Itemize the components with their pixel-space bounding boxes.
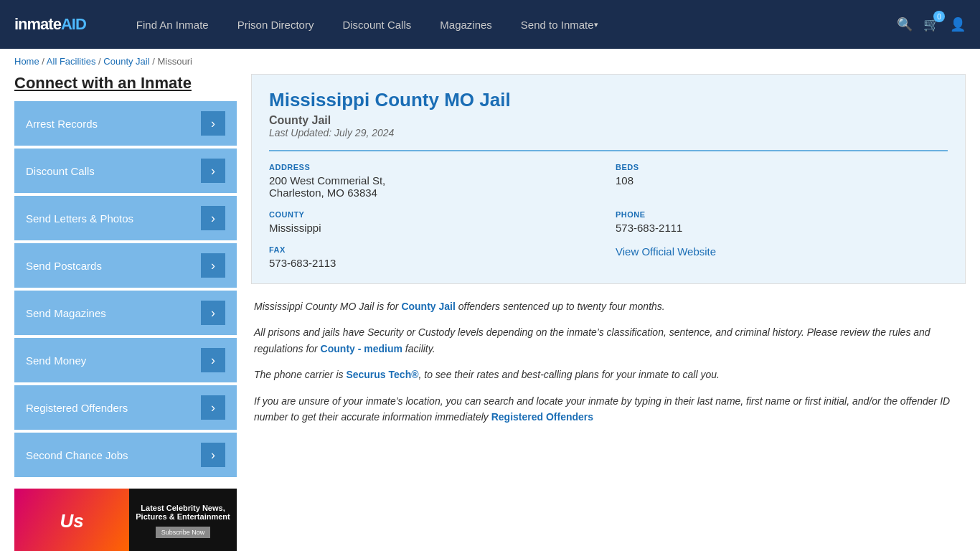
search-icon[interactable]: 🔍 xyxy=(897,17,913,32)
logo-accent: AID xyxy=(61,15,86,33)
desc-para-1: Mississippi County MO Jail is for County… xyxy=(254,298,963,314)
ad-text-area: Latest Celebrity News, Pictures & Entert… xyxy=(129,489,237,551)
breadcrumb-all-facilities[interactable]: All Facilities xyxy=(47,56,96,67)
desc-para1-prefix: Mississippi County MO Jail is for xyxy=(254,301,401,312)
address-block: ADDRESS 200 West Commerial St, Charlesto… xyxy=(269,163,601,199)
main-nav: Find An Inmate Prison Directory Discount… xyxy=(122,0,875,49)
securus-link[interactable]: Securus Tech® xyxy=(346,369,418,380)
arrow-icon: › xyxy=(201,301,225,325)
desc-para3-suffix: , to see their rates and best-calling pl… xyxy=(419,369,720,380)
county-value: Mississippi xyxy=(269,222,601,234)
sidebar-btn-label-send-money: Send Money xyxy=(26,354,86,367)
description-area: Mississippi County MO Jail is for County… xyxy=(251,298,966,425)
sidebar-btn-send-postcards[interactable]: Send Postcards › xyxy=(14,243,237,288)
sidebar-btn-second-chance-jobs[interactable]: Second Chance Jobs › xyxy=(14,433,237,477)
facility-updated: Last Updated: July 29, 2024 xyxy=(269,127,948,138)
sidebar-btn-label-send-magazines: Send Magazines xyxy=(26,307,106,319)
arrow-icon: › xyxy=(201,253,225,278)
sidebar: Connect with an Inmate Arrest Records › … xyxy=(14,74,237,551)
desc-para1-suffix: offenders sentenced up to twenty four mo… xyxy=(456,301,665,312)
desc-para-4: If you are unsure of your inmate’s locat… xyxy=(254,393,963,425)
facility-details: ADDRESS 200 West Commerial St, Charlesto… xyxy=(269,150,948,269)
main-layout: Connect with an Inmate Arrest Records › … xyxy=(0,74,980,551)
desc-para4-prefix: If you are unsure of your inmate’s locat… xyxy=(254,395,950,423)
address-value: 200 West Commerial St, Charleston, MO 63… xyxy=(269,174,601,199)
address-label: ADDRESS xyxy=(269,163,601,171)
desc-para-2: All prisons and jails have Security or C… xyxy=(254,324,963,357)
registered-offenders-link[interactable]: Registered Offenders xyxy=(491,411,593,423)
sidebar-btn-send-letters[interactable]: Send Letters & Photos › xyxy=(14,196,237,240)
sidebar-btn-arrest-records[interactable]: Arrest Records › xyxy=(14,101,237,146)
desc-para-3: The phone carrier is Securus Tech®, to s… xyxy=(254,367,963,382)
official-website-link[interactable]: View Official Website xyxy=(616,245,716,258)
sidebar-btn-label-second-chance-jobs: Second Chance Jobs xyxy=(26,449,128,461)
cart-badge: 0 xyxy=(933,11,945,22)
user-icon[interactable]: 👤 xyxy=(950,17,966,32)
facility-type: County Jail xyxy=(269,114,948,127)
county-medium-link[interactable]: County - medium xyxy=(321,343,402,354)
ad-banner-inner: Us Latest Celebrity News, Pictures & Ent… xyxy=(14,489,237,551)
logo[interactable]: inmateAID xyxy=(14,15,86,34)
sidebar-btn-registered-offenders[interactable]: Registered Offenders › xyxy=(14,385,237,430)
nav-prison-directory[interactable]: Prison Directory xyxy=(223,0,329,49)
phone-label: PHONE xyxy=(616,210,948,219)
phone-value: 573-683-2111 xyxy=(616,222,948,234)
arrow-icon: › xyxy=(201,206,225,230)
beds-value: 108 xyxy=(616,174,948,187)
arrow-icon: › xyxy=(201,111,225,136)
sidebar-btn-label-discount-calls: Discount Calls xyxy=(26,165,95,177)
ad-magazine-logo: Us xyxy=(14,489,129,551)
phone-block: PHONE 573-683-2111 xyxy=(616,210,948,234)
sidebar-title: Connect with an Inmate xyxy=(14,74,237,93)
address-line2: Charleston, MO 63834 xyxy=(269,187,377,199)
ad-banner[interactable]: Us Latest Celebrity News, Pictures & Ent… xyxy=(14,489,237,551)
site-header: inmateAID Find An Inmate Prison Director… xyxy=(0,0,980,49)
sidebar-btn-label-send-letters: Send Letters & Photos xyxy=(26,212,133,225)
sidebar-btn-send-money[interactable]: Send Money › xyxy=(14,338,237,382)
fax-label: FAX xyxy=(269,245,601,254)
arrow-icon: › xyxy=(201,159,225,183)
header-icons: 🔍 🛒 0 👤 xyxy=(897,17,966,32)
ad-title: Latest Celebrity News, Pictures & Entert… xyxy=(133,504,232,521)
logo-text: inmateAID xyxy=(14,15,86,34)
sidebar-btn-label-send-postcards: Send Postcards xyxy=(26,260,102,272)
sidebar-btn-discount-calls[interactable]: Discount Calls › xyxy=(14,149,237,193)
content-area: Mississippi County MO Jail County Jail L… xyxy=(251,74,966,551)
county-jail-link[interactable]: County Jail xyxy=(401,301,455,312)
sidebar-btn-label-registered-offenders: Registered Offenders xyxy=(26,402,128,414)
desc-para3-prefix: The phone carrier is xyxy=(254,369,346,380)
fax-block: FAX 573-683-2113 xyxy=(269,245,601,269)
arrow-icon: › xyxy=(201,348,225,372)
breadcrumb-home[interactable]: Home xyxy=(14,56,39,67)
beds-label: BEDS xyxy=(616,163,948,171)
nav-discount-calls[interactable]: Discount Calls xyxy=(328,0,425,49)
arrow-icon: › xyxy=(201,395,225,420)
nav-magazines[interactable]: Magazines xyxy=(425,0,507,49)
cart-icon[interactable]: 🛒 0 xyxy=(923,17,939,32)
arrow-icon: › xyxy=(201,443,225,467)
website-block: View Official Website xyxy=(616,245,948,269)
beds-block: BEDS 108 xyxy=(616,163,948,199)
sidebar-btn-label-arrest-records: Arrest Records xyxy=(26,118,98,130)
breadcrumb-state: Missouri xyxy=(157,56,192,67)
county-label: COUNTY xyxy=(269,210,601,219)
nav-find-inmate[interactable]: Find An Inmate xyxy=(122,0,223,49)
address-line1: 200 West Commerial St, xyxy=(269,174,385,187)
breadcrumb: Home / All Facilities / County Jail / Mi… xyxy=(0,49,980,74)
breadcrumb-county-jail[interactable]: County Jail xyxy=(103,56,149,67)
fax-value: 573-683-2113 xyxy=(269,257,601,269)
desc-para2-suffix: facility. xyxy=(402,343,435,354)
county-block: COUNTY Mississippi xyxy=(269,210,601,234)
facility-card: Mississippi County MO Jail County Jail L… xyxy=(251,74,966,284)
facility-name: Mississippi County MO Jail xyxy=(269,89,948,111)
nav-send-to-inmate[interactable]: Send to Inmate xyxy=(507,0,613,49)
sidebar-btn-send-magazines[interactable]: Send Magazines › xyxy=(14,291,237,335)
ad-subscribe-button[interactable]: Subscribe Now xyxy=(156,527,211,538)
